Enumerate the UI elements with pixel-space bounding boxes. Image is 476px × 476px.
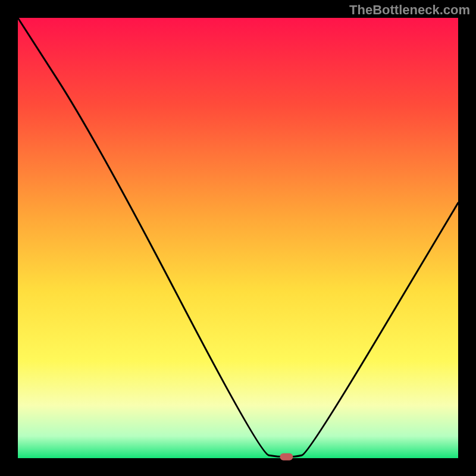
watermark-text: TheBottleneck.com xyxy=(349,2,470,18)
optimum-marker xyxy=(280,453,293,461)
bottleneck-chart xyxy=(0,0,476,476)
chart-background xyxy=(18,18,458,458)
